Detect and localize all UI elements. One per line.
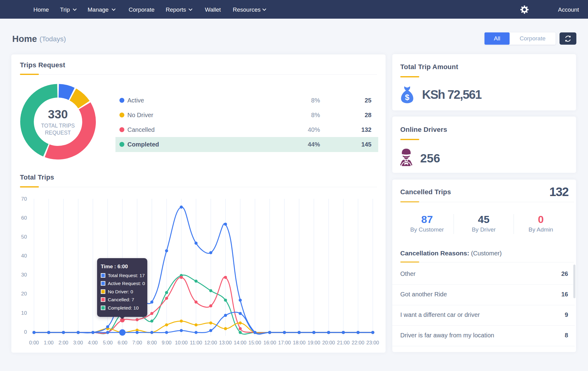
svg-text:$: $ bbox=[405, 93, 409, 102]
